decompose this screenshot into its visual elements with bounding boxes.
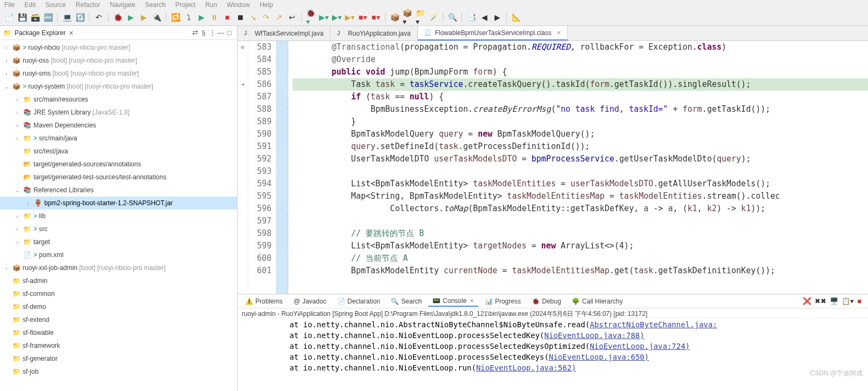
gutter-mark[interactable] (238, 128, 248, 140)
expand-arrow-icon[interactable]: › (14, 226, 21, 232)
explorer-mini-1[interactable]: § (199, 29, 208, 37)
tree-item[interactable]: ⌄ 📚 Referenced Libraries (0, 184, 237, 197)
editor-tab[interactable]: 🧾 FlowableBpmUserTaskServiceImpl.class × (418, 26, 568, 41)
wand-icon[interactable]: 🪄 (429, 12, 438, 22)
gutter-mark[interactable]: ⊖ (238, 41, 248, 53)
gutter-mark[interactable] (238, 140, 248, 153)
gutter-mark[interactable] (238, 203, 248, 215)
menu-file[interactable]: File (4, 1, 15, 8)
expand-arrow-icon[interactable]: › (3, 45, 10, 51)
tree-item[interactable]: 📁 sf-generator (0, 352, 237, 365)
pause-icon[interactable]: ⏸ (209, 12, 219, 22)
expand-arrow-icon[interactable]: › (3, 71, 10, 77)
gutter-mark[interactable]: ➜ (238, 78, 248, 91)
back-icon[interactable]: ◀ (479, 12, 489, 22)
menu-project[interactable]: Project (175, 1, 195, 8)
run-icon[interactable]: ▶ (126, 12, 135, 22)
bottom-tab-call hierarchy[interactable]: 🌳 Call Hierarchy (567, 296, 627, 306)
gutter-mark[interactable] (238, 103, 248, 116)
code-line[interactable]: // 当前节点 A (293, 252, 868, 265)
code-line[interactable]: List<BpmTaskModelEntity> targetNodes = n… (293, 240, 868, 252)
resume-icon[interactable]: ▶ (196, 12, 206, 22)
tree-item[interactable]: 📁 sf-demo (0, 300, 237, 313)
new-pkg-icon[interactable]: 📦 (390, 12, 399, 22)
tree-item[interactable]: 📁 src/test/java (0, 145, 237, 158)
terminate-icon[interactable]: ■ (857, 297, 862, 305)
code-line[interactable] (293, 165, 868, 178)
tree-item[interactable]: › 📁 target (0, 235, 237, 248)
bottom-tab-declaration[interactable]: 📄 Declaration (333, 296, 385, 306)
menu-run[interactable]: Run (205, 1, 217, 8)
remove-all-icon[interactable]: ✖✖ (815, 297, 826, 305)
expand-arrow-icon[interactable]: › (3, 265, 10, 271)
gutter-mark[interactable] (238, 178, 248, 190)
persp-icon[interactable]: 📐 (511, 12, 521, 22)
code-line[interactable] (293, 215, 868, 227)
gutter-mark[interactable] (238, 66, 248, 78)
code-icon[interactable]: 🔤 (43, 12, 53, 22)
explorer-mini-0[interactable]: ⇄ (191, 29, 199, 37)
new-class-icon[interactable]: 📦▾ (403, 12, 412, 22)
stop2-icon[interactable]: ■▾ (358, 12, 368, 22)
undo-icon[interactable]: ↶ (94, 12, 104, 22)
device-icon[interactable]: 💻 (62, 12, 72, 22)
code-body[interactable]: @Transactional(propagation = Propagation… (288, 41, 868, 294)
skip-icon[interactable]: ⤵ (184, 12, 193, 22)
stop3-icon[interactable]: ■▾ (371, 12, 381, 22)
gutter-mark[interactable] (238, 240, 248, 252)
menu-help[interactable]: Help (260, 1, 273, 8)
tree-item[interactable]: › 📦 ruoyi-oss [boot] [ruoyi-nbcio-pro ma… (0, 54, 237, 67)
gutter-mark[interactable] (238, 190, 248, 203)
expand-arrow-icon[interactable]: › (14, 213, 21, 219)
expand-arrow-icon[interactable]: › (14, 110, 21, 116)
explorer-mini-2[interactable]: ⋮ (208, 29, 216, 37)
tree-item[interactable]: ⌄ 📦 > ruoyi-system [boot] [ruoyi-nbcio-p… (0, 80, 237, 93)
ext2-icon[interactable]: ▶▾ (345, 12, 355, 22)
ext-icon[interactable]: 🔌 (152, 12, 161, 22)
stacktrace-link[interactable]: AbstractNioByteChannel.java: (590, 320, 717, 329)
gutter-mark[interactable] (238, 116, 248, 128)
expand-arrow-icon[interactable]: ⌄ (14, 187, 21, 193)
explorer-mini-4[interactable]: □ (225, 29, 234, 37)
menu-search[interactable]: Search (145, 1, 166, 8)
console-select-icon[interactable]: 📋▾ (842, 297, 854, 305)
gutter-mark[interactable] (238, 53, 248, 66)
forward-icon[interactable]: ▶ (492, 12, 502, 22)
tree-item[interactable]: 📁 sf-framework (0, 339, 237, 352)
gutter-mark[interactable] (238, 265, 248, 277)
gutter-mark[interactable] (238, 91, 248, 103)
code-line[interactable]: // 要跳转的节点 B (293, 227, 868, 240)
menu-edit[interactable]: Edit (24, 1, 36, 8)
gutter-mark[interactable] (238, 252, 248, 265)
menu-refactor[interactable]: Refactor (76, 1, 100, 8)
stacktrace-link[interactable]: NioEventLoop.java:562) (476, 363, 576, 372)
folding-ruler[interactable] (276, 41, 288, 294)
tree-item[interactable]: › 📚 JRE System Library [JavaSE-1.8] (0, 106, 237, 119)
code-line[interactable]: Map<String, BpmTaskModelEntity> taskMode… (293, 190, 868, 203)
menu-window[interactable]: Window (227, 1, 250, 8)
expand-arrow-icon[interactable]: ⌄ (3, 84, 10, 90)
explorer-mini-3[interactable]: — (216, 29, 225, 37)
package-tree[interactable]: › 📦 > ruoyi-nbcio [ruoyi-nbcio-pro maste… (0, 40, 237, 391)
editor-tab[interactable]: J WfTaskServiceImpl.java (238, 26, 330, 41)
coverage-icon[interactable]: ▶ (139, 12, 148, 22)
tab-close-icon[interactable]: × (555, 29, 561, 37)
editor-tab[interactable]: J RuoYiApplication.java (330, 26, 417, 41)
tree-item[interactable]: › 📚 Maven Dependencies (0, 119, 237, 132)
menu-source[interactable]: Source (45, 1, 66, 8)
tree-item[interactable]: 📂 target/generated-test-sources/test-ann… (0, 171, 237, 184)
display-icon[interactable]: 🖥️ (830, 297, 838, 305)
expand-arrow-icon[interactable]: › (14, 239, 21, 245)
code-line[interactable]: UserTaskModelDTO userTaskModelsDTO = bpm… (293, 153, 868, 165)
code-line[interactable]: BpmTaskModelQuery query = new BpmTaskMod… (293, 128, 868, 140)
expand-arrow-icon[interactable]: › (14, 97, 21, 103)
bottom-tab-search[interactable]: 🔍 Search (386, 296, 426, 306)
save-icon[interactable]: 💾 (17, 12, 27, 22)
code-line[interactable]: BpmTaskModelEntity currentNode = taskMod… (293, 265, 868, 277)
gutter-mark[interactable] (238, 153, 248, 165)
search-icon[interactable]: 🔍 (447, 12, 457, 22)
drop-icon[interactable]: ↩ (287, 12, 297, 22)
menu-navigate[interactable]: Navigate (110, 1, 135, 8)
debug-icon[interactable]: 🐞 (113, 12, 123, 22)
sync-icon[interactable]: 🔃 (75, 12, 85, 22)
